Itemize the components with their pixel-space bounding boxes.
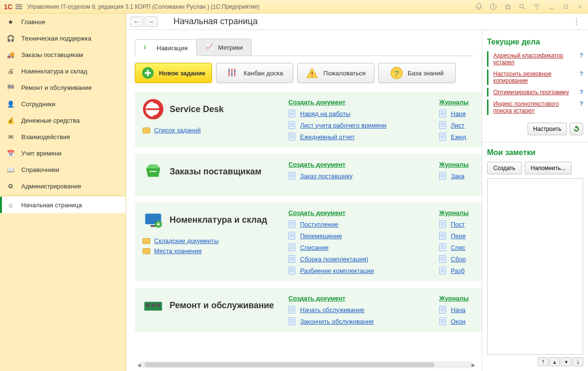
todo-link[interactable]: Адресный классификатор устарел bbox=[493, 52, 577, 66]
refresh-button[interactable] bbox=[570, 123, 583, 135]
create-document-link[interactable]: Начать обслуживание bbox=[300, 306, 364, 314]
todo-link[interactable]: Индекс полнотекстового поиска устарел bbox=[493, 100, 577, 114]
create-document-link[interactable]: Лист учета рабочего времени bbox=[300, 122, 387, 129]
section-sublink[interactable]: Список заданий bbox=[154, 127, 201, 134]
history-icon[interactable] bbox=[489, 3, 497, 11]
journal-link[interactable]: Спис bbox=[451, 244, 465, 251]
search-icon[interactable] bbox=[518, 3, 526, 11]
tab-navigation[interactable]: i Навигация bbox=[135, 39, 197, 56]
section-icon bbox=[143, 295, 164, 316]
journals-header[interactable]: Журналы bbox=[439, 161, 482, 168]
sidebar-item-support[interactable]: 🎧Техническая поддержка bbox=[0, 30, 126, 46]
section-title: Ремонт и обслуживание bbox=[170, 300, 274, 311]
journals-header[interactable]: Журналы bbox=[439, 209, 482, 216]
journals-header[interactable]: Журналы bbox=[439, 99, 482, 106]
logo-1c: 1C bbox=[4, 3, 13, 11]
create-note-button[interactable]: Создать bbox=[487, 162, 522, 174]
help-icon[interactable]: ? bbox=[580, 89, 583, 96]
bell-icon[interactable] bbox=[475, 3, 483, 11]
document-icon bbox=[288, 220, 295, 228]
maximize-icon[interactable] bbox=[562, 3, 570, 11]
minimize-icon[interactable] bbox=[547, 3, 555, 11]
sidebar-item-time[interactable]: 📅Учет времени bbox=[0, 145, 126, 161]
nav-forward-button[interactable]: → bbox=[144, 16, 158, 27]
create-document-header[interactable]: Создать документ bbox=[288, 161, 433, 168]
sidebar-item-admin[interactable]: ⚙Администрирование bbox=[0, 178, 126, 194]
help-icon[interactable]: ? bbox=[580, 100, 583, 107]
sidebar-item-repair[interactable]: 🏁Ремонт и обслуживание bbox=[0, 79, 126, 96]
scroll-right-icon[interactable]: ▶ bbox=[470, 361, 477, 368]
sidebar-item-main[interactable]: ★Главное bbox=[0, 14, 126, 30]
new-task-button[interactable]: Новое задание bbox=[135, 63, 212, 83]
create-document-link[interactable]: Ежедневный отчет bbox=[300, 133, 355, 141]
nav-back-button[interactable]: ← bbox=[130, 16, 143, 27]
journal-link[interactable]: Разб bbox=[451, 267, 465, 274]
configure-button[interactable]: Настроить bbox=[528, 123, 567, 135]
journal-link[interactable]: Наря bbox=[451, 110, 466, 117]
sidebar-item-catalogs[interactable]: 📖Справочники bbox=[0, 161, 126, 178]
notes-textarea[interactable] bbox=[487, 178, 583, 355]
create-document-header[interactable]: Создать документ bbox=[288, 209, 433, 216]
sidebar-item-money[interactable]: 💰Денежные средства bbox=[0, 112, 126, 128]
journal-link[interactable]: Нача bbox=[451, 306, 465, 314]
todo-link[interactable]: Настроить резервное копирование bbox=[493, 71, 577, 84]
tabs: i Навигация 📈 Метрики bbox=[135, 39, 473, 56]
svg-rect-12 bbox=[151, 225, 156, 227]
section-sublink[interactable]: Складские документы bbox=[154, 237, 219, 244]
journal-link[interactable]: Ежед bbox=[451, 133, 466, 141]
title-bar: 1C Управление IT-отделом 8, редакция 3.1… bbox=[0, 0, 588, 14]
create-document-header[interactable]: Создать документ bbox=[288, 99, 433, 106]
help-icon[interactable]: ? bbox=[580, 52, 583, 59]
journal-link[interactable]: Лист bbox=[451, 122, 464, 129]
list-up-icon[interactable]: ▲ bbox=[549, 357, 560, 366]
printer-icon: 🖨 bbox=[6, 66, 15, 76]
document-icon bbox=[288, 110, 295, 117]
hamburger-icon[interactable] bbox=[15, 3, 22, 10]
sidebar-item-home[interactable]: ⌂Начальная страница bbox=[0, 197, 126, 213]
create-document-link[interactable]: Поступление bbox=[300, 221, 338, 228]
remind-button[interactable]: Напомнить... bbox=[525, 162, 572, 174]
create-document-link[interactable]: Списание bbox=[300, 244, 329, 251]
create-document-link[interactable]: Разбиение комплектации bbox=[300, 267, 374, 274]
info-icon: i bbox=[144, 43, 153, 52]
journal-link[interactable]: Зака bbox=[451, 172, 464, 180]
star-icon[interactable] bbox=[504, 3, 512, 11]
help-icon[interactable]: ? bbox=[580, 71, 583, 77]
chart-icon: 📈 bbox=[205, 43, 214, 52]
kanban-button[interactable]: Канбан доска bbox=[216, 63, 293, 83]
knowledge-base-button[interactable]: ? База знаний bbox=[378, 63, 456, 83]
sidebar-item-employees[interactable]: 👤Сотрудники bbox=[0, 96, 126, 112]
create-document-link[interactable]: Закончить обслуживание bbox=[300, 318, 374, 325]
journals-header[interactable]: Журналы bbox=[439, 295, 482, 302]
journal-link[interactable]: Пере bbox=[451, 232, 466, 240]
create-document-header[interactable]: Создать документ bbox=[288, 295, 433, 302]
horizontal-scrollbar[interactable]: ◀ ▶ bbox=[140, 361, 473, 368]
scrollbar-thumb[interactable] bbox=[144, 362, 434, 367]
filter-icon[interactable] bbox=[533, 3, 541, 11]
svg-point-5 bbox=[231, 73, 233, 75]
folder-icon bbox=[143, 128, 150, 133]
journal-link[interactable]: Сбор bbox=[451, 256, 466, 263]
close-icon[interactable] bbox=[576, 3, 584, 11]
todo-link[interactable]: Оптимизировать программу bbox=[493, 89, 577, 96]
list-down-icon[interactable]: ▼ bbox=[561, 357, 572, 366]
list-top-icon[interactable]: ⤒ bbox=[538, 357, 548, 366]
page-menu-icon[interactable]: ⋮ bbox=[569, 17, 584, 26]
create-document-link[interactable]: Перемещение bbox=[300, 232, 342, 240]
home-icon: ⌂ bbox=[6, 200, 15, 210]
sidebar-item-interactions[interactable]: ✉Взаимодействия bbox=[0, 128, 126, 145]
complain-button[interactable]: Пожаловаться bbox=[297, 63, 374, 83]
create-document-link[interactable]: Заказ поставщику bbox=[300, 172, 353, 180]
sidebar-item-orders[interactable]: 🚚Заказы поставщикам bbox=[0, 46, 126, 63]
journal-link[interactable]: Пост bbox=[451, 221, 465, 228]
sidebar-item-stock[interactable]: 🖨Номенклатура и склад bbox=[0, 63, 126, 79]
document-icon bbox=[288, 133, 295, 141]
section-card: Заказы поставщикамСоздать документЗаказ … bbox=[135, 154, 482, 196]
journal-link[interactable]: Окон bbox=[451, 318, 465, 325]
create-document-link[interactable]: Сборка (комплектация) bbox=[300, 256, 368, 263]
list-bottom-icon[interactable]: ⤓ bbox=[573, 357, 583, 366]
scroll-left-icon[interactable]: ◀ bbox=[136, 361, 143, 368]
section-sublink[interactable]: Места хранения bbox=[154, 247, 201, 255]
tab-metrics[interactable]: 📈 Метрики bbox=[196, 39, 252, 56]
create-document-link[interactable]: Наряд на работы bbox=[300, 110, 350, 117]
